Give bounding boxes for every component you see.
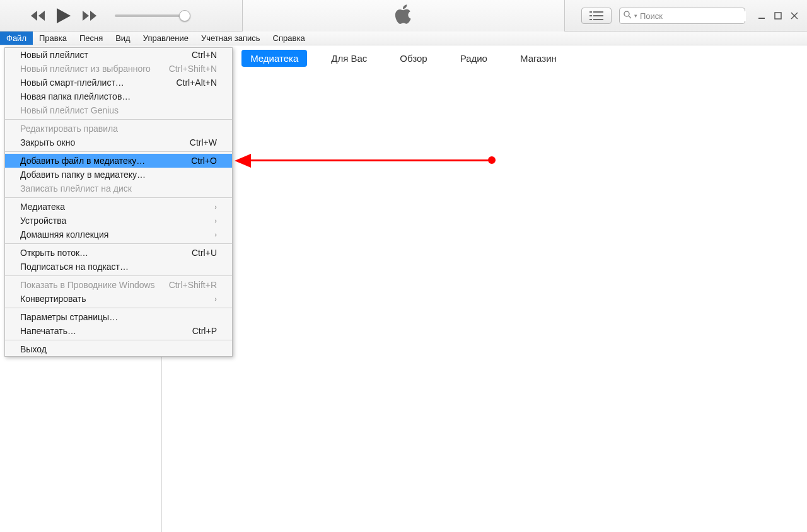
menu-help[interactable]: Справка <box>267 32 311 45</box>
menu-row: Новый плейлист Genius <box>5 103 232 117</box>
menu-separator <box>5 275 232 276</box>
menu-separator <box>5 243 232 244</box>
playback-controls <box>0 8 97 23</box>
menu-row-label: Новый плейлист <box>20 50 88 60</box>
maximize-button[interactable] <box>773 11 783 21</box>
menu-row[interactable]: Добавить папку в медиатеку… <box>5 168 232 182</box>
menu-row-shortcut: Ctrl+Shift+R <box>169 280 217 290</box>
menu-row-shortcut: Ctrl+W <box>190 137 217 147</box>
menu-row: Новый плейлист из выбранногоCtrl+Shift+N <box>5 62 232 76</box>
play-button[interactable] <box>57 8 71 23</box>
menu-row-label: Новый плейлист Genius <box>20 105 119 115</box>
submenu-arrow-icon: › <box>214 217 217 224</box>
menu-row-shortcut: Ctrl+P <box>192 326 217 336</box>
svg-rect-4 <box>589 19 592 20</box>
volume-slider[interactable] <box>115 14 184 17</box>
menu-row-label: Напечатать… <box>20 326 76 336</box>
menu-row-label: Открыть поток… <box>20 248 88 258</box>
menu-row[interactable]: Устройства› <box>5 214 232 228</box>
minimize-button[interactable] <box>757 11 767 21</box>
submenu-arrow-icon: › <box>214 295 217 303</box>
menu-row[interactable]: Напечатать…Ctrl+P <box>5 324 232 338</box>
next-button[interactable] <box>82 11 97 21</box>
dropdown-caret-icon: ▾ <box>634 13 637 19</box>
submenu-arrow-icon: › <box>214 231 217 238</box>
menu-account[interactable]: Учетная запись <box>195 32 267 45</box>
annotation-arrow <box>235 156 492 165</box>
tab-for-you[interactable]: Для Вас <box>322 50 376 67</box>
menu-row-label: Редактировать правила <box>20 124 118 134</box>
player-toolbar: ▾ <box>0 0 807 32</box>
menu-row-label: Конвертировать <box>20 294 86 304</box>
menu-row-label: Показать в Проводнике Windows <box>20 280 155 290</box>
menubar: Файл Правка Песня Вид Управление Учетная… <box>0 32 807 45</box>
search-box[interactable]: ▾ <box>619 8 745 24</box>
search-input[interactable] <box>640 11 746 21</box>
menu-row-label: Подписаться на подкаст… <box>20 262 129 272</box>
svg-rect-2 <box>589 15 592 16</box>
menu-row[interactable]: Новый плейлистCtrl+N <box>5 48 232 62</box>
submenu-arrow-icon: › <box>214 203 217 211</box>
menu-row[interactable]: Параметры страницы… <box>5 310 232 324</box>
menu-view[interactable]: Вид <box>109 32 137 45</box>
menu-row[interactable]: Новая папка плейлистов… <box>5 90 232 103</box>
svg-rect-9 <box>775 13 781 19</box>
menu-row-shortcut: Ctrl+O <box>191 156 217 166</box>
menu-row[interactable]: Новый смарт-плейлист…Ctrl+Alt+N <box>5 76 232 90</box>
tab-radio[interactable]: Радио <box>451 50 496 67</box>
svg-rect-3 <box>593 15 603 16</box>
previous-button[interactable] <box>30 11 45 21</box>
toolbar-right: ▾ <box>581 0 807 32</box>
menu-separator <box>5 119 232 120</box>
close-button[interactable] <box>789 11 799 21</box>
menu-row-label: Добавить файл в медиатеку… <box>20 156 145 166</box>
svg-rect-5 <box>593 19 603 20</box>
menu-separator <box>5 308 232 308</box>
tab-library[interactable]: Медиатека <box>241 50 307 67</box>
menu-controls[interactable]: Управление <box>137 32 195 45</box>
menu-row-label: Медиатека <box>20 202 65 212</box>
search-icon <box>624 10 632 21</box>
menu-row-shortcut: Ctrl+Alt+N <box>176 78 217 88</box>
list-view-button[interactable] <box>581 8 612 24</box>
menu-row: Показать в Проводнике WindowsCtrl+Shift+… <box>5 278 232 292</box>
file-menu-dropdown: Новый плейлистCtrl+NНовый плейлист из вы… <box>4 47 233 357</box>
window-controls <box>757 11 799 21</box>
menu-row-label: Домашняя коллекция <box>20 229 108 240</box>
svg-point-6 <box>624 11 629 16</box>
menu-row: Редактировать правила <box>5 122 232 136</box>
menu-row-shortcut: Ctrl+N <box>192 50 217 60</box>
svg-rect-0 <box>589 11 592 13</box>
tab-browse[interactable]: Обзор <box>391 50 436 67</box>
menu-row-label: Новый смарт-плейлист… <box>20 78 124 88</box>
menu-row-label: Новая папка плейлистов… <box>20 91 131 101</box>
menu-row-label: Параметры страницы… <box>20 312 118 322</box>
menu-row[interactable]: Подписаться на подкаст… <box>5 260 232 274</box>
menu-row-label: Закрыть окно <box>20 137 75 147</box>
menu-separator <box>5 340 232 340</box>
menu-row[interactable]: Домашняя коллекция› <box>5 228 232 241</box>
menu-row[interactable]: Медиатека› <box>5 200 232 214</box>
menu-row-label: Новый плейлист из выбранного <box>20 64 151 74</box>
menu-separator <box>5 197 232 198</box>
menu-row: Записать плейлист на диск <box>5 182 232 195</box>
menu-separator <box>5 151 232 152</box>
menu-song[interactable]: Песня <box>73 32 109 45</box>
tab-store[interactable]: Магазин <box>511 50 566 67</box>
svg-rect-8 <box>758 18 765 19</box>
menu-row-label: Записать плейлист на диск <box>20 183 132 194</box>
menu-file[interactable]: Файл <box>0 32 33 45</box>
menu-edit[interactable]: Правка <box>33 32 73 45</box>
svg-line-7 <box>629 16 631 18</box>
menu-row[interactable]: Конвертировать› <box>5 292 232 306</box>
menu-row-label: Выход <box>20 344 47 354</box>
menu-row-shortcut: Ctrl+U <box>192 248 217 258</box>
menu-row[interactable]: Выход <box>5 342 232 356</box>
now-playing-display <box>242 0 565 32</box>
menu-row[interactable]: Закрыть окноCtrl+W <box>5 136 232 149</box>
menu-row-label: Устройства <box>20 216 66 226</box>
menu-row-shortcut: Ctrl+Shift+N <box>169 64 217 74</box>
menu-row-label: Добавить папку в медиатеку… <box>20 170 146 180</box>
menu-row[interactable]: Добавить файл в медиатеку…Ctrl+O <box>5 154 232 168</box>
menu-row[interactable]: Открыть поток…Ctrl+U <box>5 246 232 260</box>
